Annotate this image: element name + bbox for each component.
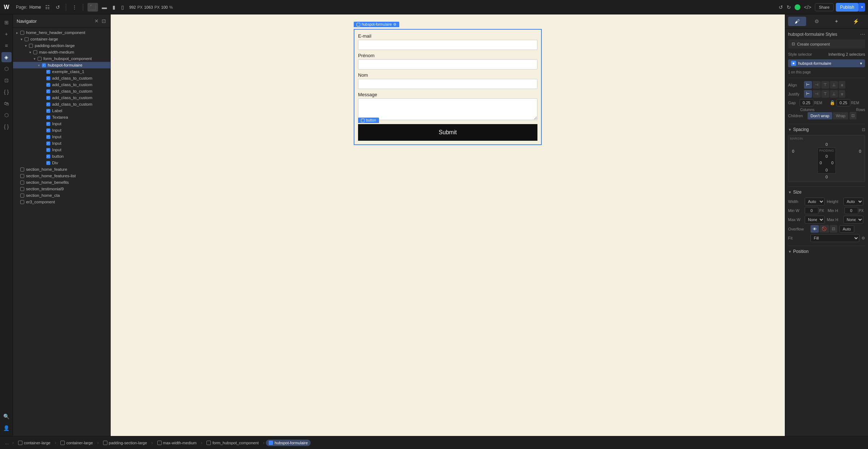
tree-item[interactable]: section_home_cta bbox=[13, 192, 110, 199]
tree-item[interactable]: add_class_to_custom bbox=[13, 75, 110, 81]
tree-item[interactable]: ▾form_hubspot_component bbox=[13, 55, 110, 62]
tree-item[interactable]: add_class_to_custom bbox=[13, 88, 110, 94]
plugins-icon[interactable]: { } bbox=[1, 122, 12, 132]
fit-select[interactable]: Fill Contain Cover bbox=[810, 234, 859, 242]
padding-left-val[interactable]: 0 bbox=[818, 160, 824, 167]
integrations-icon[interactable]: ⬡ bbox=[1, 110, 12, 120]
position-collapse-icon[interactable]: ▼ bbox=[788, 250, 792, 254]
tree-item[interactable]: ▾hubspot-formulaire bbox=[13, 62, 110, 68]
padding-bottom-val[interactable]: 0 bbox=[822, 167, 831, 173]
add-icon[interactable]: + bbox=[1, 29, 12, 39]
tree-item[interactable]: Input bbox=[13, 120, 110, 127]
page-settings-icon[interactable]: ☷ bbox=[44, 3, 51, 12]
tree-item[interactable]: add_class_to_custom bbox=[13, 101, 110, 107]
settings-tab[interactable]: ⚙ bbox=[808, 17, 826, 26]
code-view-btn[interactable]: </> bbox=[803, 3, 813, 12]
width-select[interactable]: Auto PX % bbox=[805, 198, 825, 206]
canvas-area[interactable]: hubspot-formulaire ⚙ E-mail Prénom Nom bbox=[111, 14, 785, 436]
variables-icon[interactable]: { } bbox=[1, 87, 12, 97]
tree-item[interactable]: Label bbox=[13, 107, 110, 114]
justify-between-btn[interactable]: ⊥ bbox=[830, 90, 838, 98]
prenom-input[interactable] bbox=[358, 59, 537, 69]
align-stretch-btn[interactable]: ⊥ bbox=[830, 81, 838, 89]
justify-evenly-btn[interactable]: ≡ bbox=[839, 90, 845, 98]
justify-center-btn[interactable]: ⊣ bbox=[813, 90, 821, 98]
create-component-btn[interactable]: ⊡ Create component bbox=[788, 39, 865, 48]
desktop-device-btn[interactable]: ⬛ bbox=[88, 3, 98, 12]
overflow-visible-btn[interactable]: 👁 bbox=[810, 225, 819, 233]
effects-tab[interactable]: ✦ bbox=[827, 17, 846, 26]
search-icon[interactable]: 🔍 bbox=[1, 411, 12, 422]
tree-item[interactable]: ▾container-large bbox=[13, 36, 110, 42]
lock-icon[interactable]: 🔒 bbox=[830, 100, 835, 105]
gap-row-input[interactable] bbox=[837, 99, 850, 106]
breadcrumb-container-1[interactable]: container-large bbox=[15, 440, 53, 446]
tree-item[interactable]: Input bbox=[13, 140, 110, 147]
email-input[interactable] bbox=[358, 40, 537, 50]
margin-bottom-val[interactable]: 0 bbox=[822, 174, 831, 180]
breadcrumb-container-2[interactable]: container-large bbox=[58, 440, 95, 446]
tree-item[interactable]: er3_component bbox=[13, 199, 110, 205]
tree-item[interactable]: button bbox=[13, 153, 110, 160]
overflow-hidden-btn[interactable]: 🚫 bbox=[820, 225, 829, 233]
tree-item[interactable]: section_home_benefits bbox=[13, 179, 110, 186]
navigator-icon[interactable]: ◈ bbox=[1, 52, 12, 62]
min-h-input[interactable] bbox=[844, 207, 858, 214]
tree-item[interactable]: section_testimonial9 bbox=[13, 186, 110, 192]
breadcrumb-padding-section[interactable]: padding-section-large bbox=[100, 440, 150, 446]
justify-end-btn[interactable]: ⊤ bbox=[821, 90, 829, 98]
dont-wrap-btn[interactable]: Don't wrap bbox=[808, 112, 832, 119]
components-icon[interactable]: ⊡ bbox=[1, 75, 12, 85]
tree-item[interactable]: Div bbox=[13, 160, 110, 166]
wrap-btn[interactable]: Wrap bbox=[833, 112, 848, 119]
redo-btn[interactable]: ↻ bbox=[785, 3, 792, 12]
message-textarea[interactable] bbox=[358, 98, 537, 120]
tree-item[interactable]: section_home_features-list bbox=[13, 173, 110, 179]
spacing-collapse-icon[interactable]: ▼ bbox=[788, 128, 792, 132]
tablet-landscape-btn[interactable]: ▬ bbox=[99, 3, 109, 12]
margin-left-val[interactable]: 0 bbox=[790, 148, 796, 174]
tablet-portrait-btn[interactable]: ▮ bbox=[110, 3, 118, 12]
close-navigator-btn[interactable]: ✕ bbox=[94, 17, 99, 25]
form-component[interactable]: hubspot-formulaire ⚙ E-mail Prénom Nom bbox=[354, 29, 542, 145]
tree-item[interactable]: Textarea bbox=[13, 114, 110, 120]
tree-item[interactable]: ▾max-width-medium bbox=[13, 49, 110, 55]
spacing-options-icon[interactable]: ⊡ bbox=[862, 127, 865, 132]
tree-item[interactable]: add_class_to_custom bbox=[13, 81, 110, 88]
undo-btn[interactable]: ↺ bbox=[777, 3, 784, 12]
breadcrumb-more-btn[interactable]: ... bbox=[3, 440, 11, 446]
assets-icon[interactable]: ⬡ bbox=[1, 64, 12, 74]
tree-item[interactable]: ▸home_hero_header_component bbox=[13, 29, 110, 36]
user-icon[interactable]: 👤 bbox=[1, 423, 12, 433]
padding-top-val[interactable]: 0 bbox=[822, 153, 831, 160]
fit-settings-icon[interactable]: ⚙ bbox=[861, 236, 865, 241]
height-select[interactable]: Auto PX % bbox=[843, 198, 863, 206]
overflow-scroll-btn[interactable]: ⊡ bbox=[830, 225, 837, 233]
align-center-btn[interactable]: ⊣ bbox=[813, 81, 821, 89]
history-icon[interactable]: ↺ bbox=[54, 3, 61, 12]
min-w-input[interactable] bbox=[805, 207, 818, 214]
tree-item[interactable]: exemple_class_1 bbox=[13, 68, 110, 75]
align-end-btn[interactable]: ⊤ bbox=[821, 81, 829, 89]
tree-item[interactable]: ▾padding-section-large bbox=[13, 42, 110, 49]
margin-top-val[interactable]: 0 bbox=[822, 141, 831, 148]
pages-icon[interactable]: ⊞ bbox=[1, 17, 12, 27]
tree-item[interactable]: Input bbox=[13, 127, 110, 134]
tree-item[interactable]: add_class_to_custom bbox=[13, 94, 110, 101]
padding-right-val[interactable]: 0 bbox=[830, 160, 835, 167]
justify-start-btn[interactable]: ⊢ bbox=[804, 90, 812, 98]
breadcrumb-hubspot-formulaire[interactable]: hubspot-formulaire bbox=[266, 440, 311, 446]
style-more-btn[interactable]: ⋯ bbox=[860, 31, 865, 37]
size-collapse-icon[interactable]: ▼ bbox=[788, 190, 792, 194]
form-gear-icon[interactable]: ⚙ bbox=[393, 22, 396, 26]
gap-col-input[interactable] bbox=[800, 99, 813, 106]
publish-btn[interactable]: Publish bbox=[836, 3, 859, 12]
wrap-options-icon[interactable]: ⊡ bbox=[850, 112, 856, 119]
max-h-select[interactable]: None PX bbox=[843, 216, 863, 224]
nom-input[interactable] bbox=[358, 79, 537, 89]
tree-item[interactable]: Input bbox=[13, 134, 110, 140]
margin-right-val[interactable]: 0 bbox=[857, 148, 863, 174]
submit-button[interactable]: Submit bbox=[358, 124, 537, 141]
publish-chevron[interactable]: ▾ bbox=[859, 3, 865, 12]
align-start-btn[interactable]: ⊢ bbox=[804, 81, 812, 89]
